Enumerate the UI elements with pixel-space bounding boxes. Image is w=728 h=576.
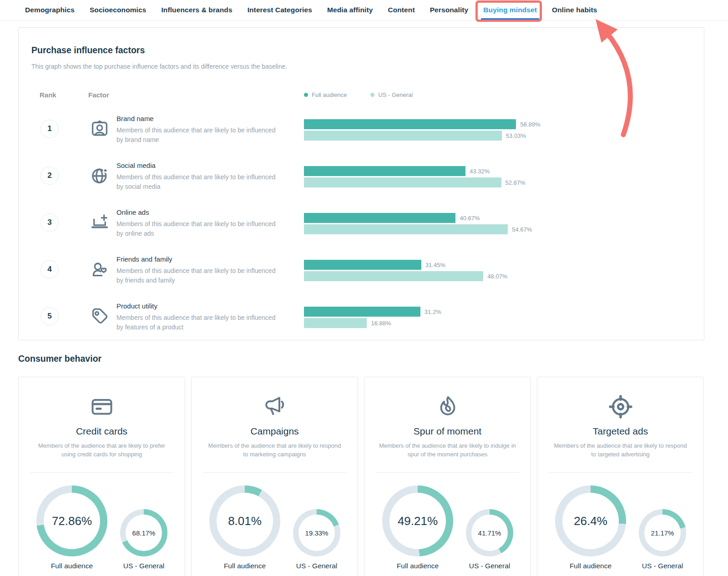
tab-bar: Demographics Socioeconomics Influencers …	[0, 0, 728, 20]
factor-bars: 56.89% 53.03%	[304, 111, 691, 158]
nav-tab-label: Media affinity	[327, 6, 373, 14]
nav-tab-interest-categories[interactable]: Interest Categories	[248, 0, 312, 20]
nav-tab-buying-mindset[interactable]: Buying mindset	[483, 0, 537, 20]
bar-value-us: 48.07%	[487, 273, 507, 280]
legend-label-us-general: US - General	[378, 91, 413, 98]
nav-tab-content[interactable]: Content	[388, 0, 415, 20]
donut-caption-us: US - General	[642, 562, 683, 570]
donut-full-audience: 26.4%	[555, 485, 626, 556]
bar-value-full: 31.45%	[425, 262, 445, 268]
bar-value-us: 53.03%	[506, 132, 526, 139]
donut-caption-full: Full audience	[51, 562, 93, 570]
donut-caption-us: US - General	[469, 562, 510, 570]
factor-bars: 43.32% 52.87%	[304, 158, 691, 205]
rank-number: 5	[47, 312, 51, 321]
factor-row: 2 Social media Members of this audience …	[31, 158, 691, 205]
purchase-card-title: Purchase influence factors	[31, 45, 691, 56]
donut-value-us: 41.71%	[478, 529, 501, 537]
card-description: Members of the audience that are likely …	[379, 441, 516, 459]
bar-us-general	[304, 177, 501, 187]
bar-us-general	[304, 131, 502, 141]
donut-caption-full: Full audience	[224, 562, 266, 570]
donut-caption-us: US - General	[123, 562, 164, 570]
nav-tab-label: Online habits	[552, 6, 597, 14]
rank-number: 2	[47, 171, 51, 180]
bar-value-us: 54.67%	[512, 226, 532, 233]
bar-us-general	[304, 271, 483, 281]
bar-us-general	[304, 318, 367, 328]
factor-rows: 1 Brand name Members of this audience th…	[31, 111, 691, 346]
donut-us-general: 21.17%	[639, 509, 686, 556]
donut-full-audience: 49.21%	[382, 485, 453, 556]
factor-row: 5 Product utility Members of this audien…	[31, 299, 691, 346]
factor-description: Members of this audience that are likely…	[116, 172, 277, 192]
factor-name: Friends and family	[116, 255, 277, 263]
donut-us-general: 19.33%	[293, 509, 340, 556]
factor-name: Brand name	[116, 115, 277, 122]
donut-caption-full: Full audience	[397, 562, 439, 570]
bar-full-audience	[304, 166, 465, 176]
card-title: Spur of moment	[375, 426, 520, 437]
legend-dot-full-audience	[304, 93, 308, 97]
columns-header: Rank Factor Full audience US - General	[31, 91, 691, 99]
factor-row: 4 Friends and family Members of this aud…	[31, 252, 691, 299]
factor-bars: 31.2% 16.88%	[304, 299, 691, 346]
nav-tab-influencers-brands[interactable]: Influencers & brands	[161, 0, 232, 20]
nav-tab-label: Content	[388, 6, 415, 14]
card-title: Credit cards	[30, 426, 174, 437]
nav-tab-demographics[interactable]: Demographics	[25, 0, 75, 20]
factor-icon	[90, 205, 116, 252]
factor-name: Product utility	[116, 302, 277, 310]
factor-icon	[90, 158, 116, 205]
factor-description: Members of this audience that are likely…	[116, 313, 277, 332]
legend-item-full-audience: Full audience	[304, 91, 347, 98]
consumer-behavior-title: Consumer behavior	[18, 354, 101, 364]
divider	[376, 472, 519, 473]
rank-number: 4	[47, 265, 51, 274]
nav-tab-label: Interest Categories	[248, 6, 312, 14]
nav-tab-label: Demographics	[25, 6, 75, 14]
column-factor: Factor	[88, 91, 304, 99]
bar-value-full: 40.67%	[460, 215, 480, 222]
donut-value-full: 49.21%	[398, 514, 438, 528]
divider	[203, 472, 346, 473]
nav-tab-socioeconomics[interactable]: Socioeconomics	[90, 0, 147, 20]
card-icon	[548, 394, 693, 419]
donut-value-full: 26.4%	[574, 514, 607, 528]
factor-description: Members of this audience that are likely…	[116, 219, 277, 238]
legend-dot-us-general	[370, 93, 374, 97]
factor-description: Members of this audience that are likely…	[116, 266, 277, 285]
card-icon	[375, 394, 520, 419]
bar-us-general	[304, 224, 508, 234]
nav-tab-online-habits[interactable]: Online habits	[552, 0, 597, 20]
bar-full-audience	[304, 213, 455, 223]
nav-tab-personality[interactable]: Personality	[430, 0, 469, 20]
consumer-behavior-cards: Credit cards Members of the audience tha…	[18, 377, 704, 576]
factor-bars: 40.67% 54.67%	[304, 205, 691, 252]
nav-tab-label: Buying mindset	[483, 6, 537, 14]
factor-icon	[90, 252, 116, 299]
factor-bars: 31.45% 48.07%	[304, 252, 691, 299]
donut-value-us: 19.33%	[305, 529, 329, 537]
behavior-card-targeted-ads: Targeted ads Members of the audience tha…	[537, 377, 704, 576]
behavior-card-credit-cards: Credit cards Members of the audience tha…	[18, 377, 185, 576]
card-title: Targeted ads	[548, 426, 693, 437]
card-icon	[30, 394, 174, 419]
divider	[549, 472, 692, 473]
donut-full-audience: 8.01%	[209, 485, 280, 556]
legend-item-us-general: US - General	[370, 91, 413, 98]
bar-value-us: 16.88%	[371, 320, 391, 327]
factor-icon	[90, 111, 116, 158]
behavior-card-spur-of-moment: Spur of moment Members of the audience t…	[364, 377, 531, 576]
active-tab-underline	[481, 18, 539, 20]
factor-name: Social media	[116, 162, 277, 169]
nav-tab-media-affinity[interactable]: Media affinity	[327, 0, 373, 20]
donut-us-general: 68.17%	[120, 509, 167, 556]
factor-row: 1 Brand name Members of this audience th…	[31, 111, 691, 158]
donut-caption-full: Full audience	[570, 562, 612, 570]
card-icon	[202, 394, 347, 419]
nav-tab-label: Personality	[430, 6, 469, 14]
factor-row: 3 Online ads Members of this audience th…	[31, 205, 691, 252]
rank-badge: 4	[40, 260, 59, 278]
card-description: Members of the audience that are likely …	[552, 441, 689, 459]
